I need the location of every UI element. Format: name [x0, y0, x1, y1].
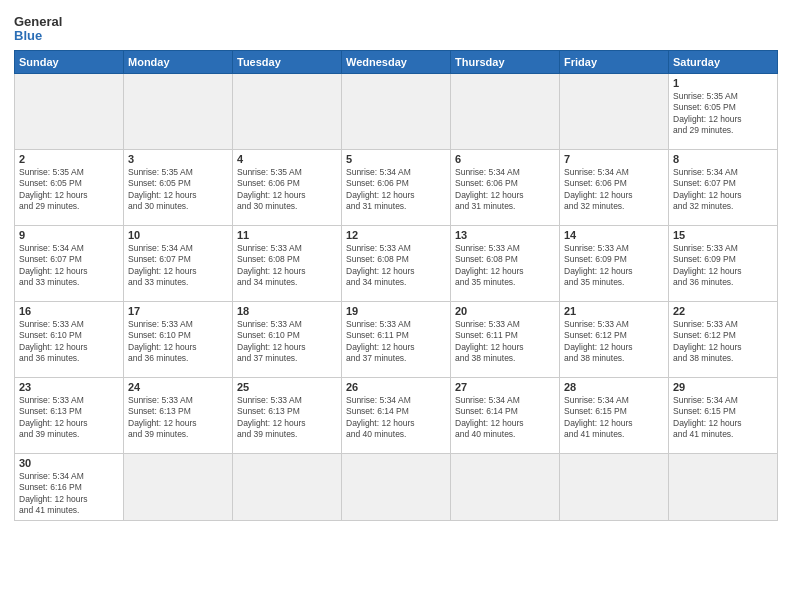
- calendar-cell: 21Sunrise: 5:33 AM Sunset: 6:12 PM Dayli…: [560, 302, 669, 378]
- day-info: Sunrise: 5:35 AM Sunset: 6:05 PM Dayligh…: [128, 167, 228, 213]
- calendar-cell: 10Sunrise: 5:34 AM Sunset: 6:07 PM Dayli…: [124, 226, 233, 302]
- calendar-cell: 20Sunrise: 5:33 AM Sunset: 6:11 PM Dayli…: [451, 302, 560, 378]
- day-number: 6: [455, 153, 555, 165]
- weekday-header-monday: Monday: [124, 51, 233, 74]
- day-number: 7: [564, 153, 664, 165]
- calendar-cell: 16Sunrise: 5:33 AM Sunset: 6:10 PM Dayli…: [15, 302, 124, 378]
- calendar-cell: 23Sunrise: 5:33 AM Sunset: 6:13 PM Dayli…: [15, 378, 124, 454]
- calendar-cell: 15Sunrise: 5:33 AM Sunset: 6:09 PM Dayli…: [669, 226, 778, 302]
- day-info: Sunrise: 5:34 AM Sunset: 6:14 PM Dayligh…: [455, 395, 555, 441]
- day-info: Sunrise: 5:34 AM Sunset: 6:15 PM Dayligh…: [564, 395, 664, 441]
- calendar-cell: 30Sunrise: 5:34 AM Sunset: 6:16 PM Dayli…: [15, 454, 124, 521]
- calendar-week-3: 16Sunrise: 5:33 AM Sunset: 6:10 PM Dayli…: [15, 302, 778, 378]
- calendar-cell: 5Sunrise: 5:34 AM Sunset: 6:06 PM Daylig…: [342, 150, 451, 226]
- calendar-week-2: 9Sunrise: 5:34 AM Sunset: 6:07 PM Daylig…: [15, 226, 778, 302]
- day-number: 26: [346, 381, 446, 393]
- day-info: Sunrise: 5:33 AM Sunset: 6:11 PM Dayligh…: [346, 319, 446, 365]
- day-info: Sunrise: 5:33 AM Sunset: 6:12 PM Dayligh…: [564, 319, 664, 365]
- day-number: 20: [455, 305, 555, 317]
- calendar-cell: [233, 454, 342, 521]
- day-info: Sunrise: 5:34 AM Sunset: 6:15 PM Dayligh…: [673, 395, 773, 441]
- header: General Blue: [14, 10, 778, 44]
- day-number: 16: [19, 305, 119, 317]
- day-info: Sunrise: 5:33 AM Sunset: 6:10 PM Dayligh…: [19, 319, 119, 365]
- calendar-cell: 29Sunrise: 5:34 AM Sunset: 6:15 PM Dayli…: [669, 378, 778, 454]
- day-info: Sunrise: 5:33 AM Sunset: 6:11 PM Dayligh…: [455, 319, 555, 365]
- weekday-header-wednesday: Wednesday: [342, 51, 451, 74]
- day-number: 30: [19, 457, 119, 469]
- day-number: 15: [673, 229, 773, 241]
- calendar-week-5: 30Sunrise: 5:34 AM Sunset: 6:16 PM Dayli…: [15, 454, 778, 521]
- day-number: 8: [673, 153, 773, 165]
- weekday-header-sunday: Sunday: [15, 51, 124, 74]
- day-info: Sunrise: 5:33 AM Sunset: 6:08 PM Dayligh…: [346, 243, 446, 289]
- day-number: 23: [19, 381, 119, 393]
- day-info: Sunrise: 5:33 AM Sunset: 6:10 PM Dayligh…: [237, 319, 337, 365]
- calendar-cell: [124, 454, 233, 521]
- calendar-cell: 8Sunrise: 5:34 AM Sunset: 6:07 PM Daylig…: [669, 150, 778, 226]
- weekday-header-row: SundayMondayTuesdayWednesdayThursdayFrid…: [15, 51, 778, 74]
- day-info: Sunrise: 5:33 AM Sunset: 6:09 PM Dayligh…: [564, 243, 664, 289]
- calendar-cell: [15, 74, 124, 150]
- day-number: 9: [19, 229, 119, 241]
- day-info: Sunrise: 5:34 AM Sunset: 6:06 PM Dayligh…: [564, 167, 664, 213]
- day-info: Sunrise: 5:33 AM Sunset: 6:09 PM Dayligh…: [673, 243, 773, 289]
- calendar-cell: 19Sunrise: 5:33 AM Sunset: 6:11 PM Dayli…: [342, 302, 451, 378]
- calendar-cell: 1Sunrise: 5:35 AM Sunset: 6:05 PM Daylig…: [669, 74, 778, 150]
- day-number: 2: [19, 153, 119, 165]
- day-number: 19: [346, 305, 446, 317]
- day-info: Sunrise: 5:34 AM Sunset: 6:07 PM Dayligh…: [128, 243, 228, 289]
- day-number: 10: [128, 229, 228, 241]
- day-number: 18: [237, 305, 337, 317]
- day-number: 28: [564, 381, 664, 393]
- calendar-cell: [560, 454, 669, 521]
- calendar-week-1: 2Sunrise: 5:35 AM Sunset: 6:05 PM Daylig…: [15, 150, 778, 226]
- calendar-cell: [124, 74, 233, 150]
- calendar-cell: 13Sunrise: 5:33 AM Sunset: 6:08 PM Dayli…: [451, 226, 560, 302]
- calendar-cell: 12Sunrise: 5:33 AM Sunset: 6:08 PM Dayli…: [342, 226, 451, 302]
- day-number: 21: [564, 305, 664, 317]
- logo-icon: General Blue: [14, 10, 70, 44]
- calendar-cell: 9Sunrise: 5:34 AM Sunset: 6:07 PM Daylig…: [15, 226, 124, 302]
- day-number: 5: [346, 153, 446, 165]
- page: General Blue SundayMondayTuesdayWednesda…: [0, 0, 792, 612]
- calendar: SundayMondayTuesdayWednesdayThursdayFrid…: [14, 50, 778, 521]
- day-info: Sunrise: 5:34 AM Sunset: 6:14 PM Dayligh…: [346, 395, 446, 441]
- calendar-cell: [342, 454, 451, 521]
- day-info: Sunrise: 5:35 AM Sunset: 6:05 PM Dayligh…: [19, 167, 119, 213]
- calendar-cell: 26Sunrise: 5:34 AM Sunset: 6:14 PM Dayli…: [342, 378, 451, 454]
- day-number: 3: [128, 153, 228, 165]
- calendar-cell: 11Sunrise: 5:33 AM Sunset: 6:08 PM Dayli…: [233, 226, 342, 302]
- calendar-cell: 18Sunrise: 5:33 AM Sunset: 6:10 PM Dayli…: [233, 302, 342, 378]
- calendar-cell: 6Sunrise: 5:34 AM Sunset: 6:06 PM Daylig…: [451, 150, 560, 226]
- calendar-cell: [451, 74, 560, 150]
- day-number: 14: [564, 229, 664, 241]
- calendar-cell: 22Sunrise: 5:33 AM Sunset: 6:12 PM Dayli…: [669, 302, 778, 378]
- calendar-cell: [669, 454, 778, 521]
- calendar-cell: 24Sunrise: 5:33 AM Sunset: 6:13 PM Dayli…: [124, 378, 233, 454]
- day-number: 11: [237, 229, 337, 241]
- day-info: Sunrise: 5:33 AM Sunset: 6:12 PM Dayligh…: [673, 319, 773, 365]
- weekday-header-thursday: Thursday: [451, 51, 560, 74]
- day-info: Sunrise: 5:34 AM Sunset: 6:06 PM Dayligh…: [346, 167, 446, 213]
- day-info: Sunrise: 5:33 AM Sunset: 6:13 PM Dayligh…: [237, 395, 337, 441]
- calendar-cell: 28Sunrise: 5:34 AM Sunset: 6:15 PM Dayli…: [560, 378, 669, 454]
- weekday-header-saturday: Saturday: [669, 51, 778, 74]
- day-number: 1: [673, 77, 773, 89]
- day-info: Sunrise: 5:33 AM Sunset: 6:13 PM Dayligh…: [128, 395, 228, 441]
- day-info: Sunrise: 5:33 AM Sunset: 6:08 PM Dayligh…: [237, 243, 337, 289]
- day-info: Sunrise: 5:34 AM Sunset: 6:16 PM Dayligh…: [19, 471, 119, 517]
- day-number: 24: [128, 381, 228, 393]
- day-info: Sunrise: 5:35 AM Sunset: 6:05 PM Dayligh…: [673, 91, 773, 137]
- day-info: Sunrise: 5:34 AM Sunset: 6:07 PM Dayligh…: [19, 243, 119, 289]
- day-number: 22: [673, 305, 773, 317]
- day-number: 12: [346, 229, 446, 241]
- calendar-week-0: 1Sunrise: 5:35 AM Sunset: 6:05 PM Daylig…: [15, 74, 778, 150]
- calendar-cell: 27Sunrise: 5:34 AM Sunset: 6:14 PM Dayli…: [451, 378, 560, 454]
- day-number: 17: [128, 305, 228, 317]
- calendar-cell: [342, 74, 451, 150]
- calendar-cell: [560, 74, 669, 150]
- day-info: Sunrise: 5:35 AM Sunset: 6:06 PM Dayligh…: [237, 167, 337, 213]
- day-info: Sunrise: 5:34 AM Sunset: 6:06 PM Dayligh…: [455, 167, 555, 213]
- svg-text:Blue: Blue: [14, 28, 42, 43]
